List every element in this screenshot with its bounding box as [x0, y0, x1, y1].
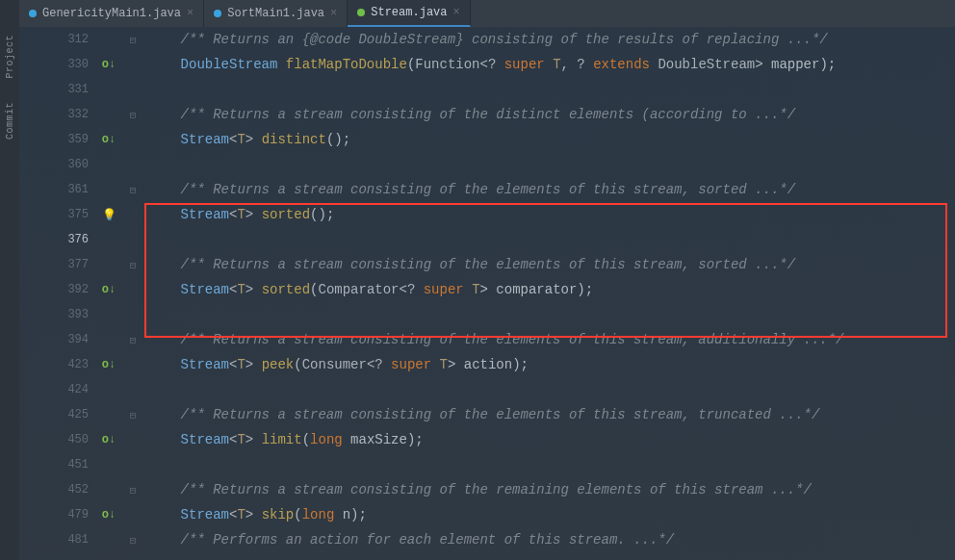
code-line[interactable]: 393	[19, 302, 955, 327]
line-number[interactable]: 360	[19, 158, 94, 171]
fold-toggle[interactable]: ⊟	[123, 533, 142, 547]
code-content[interactable]: Stream<T> skip(long n);	[142, 507, 955, 522]
line-number[interactable]: 376	[19, 233, 94, 246]
fold-toggle[interactable]: ⊟	[123, 33, 142, 47]
editor-tab[interactable]: Stream.java×	[348, 0, 470, 27]
code-line[interactable]: 331	[19, 77, 955, 102]
close-tab-icon[interactable]: ×	[452, 6, 459, 19]
code-line[interactable]: 424	[19, 377, 955, 402]
code-line[interactable]: 452⊟ /** Returns a stream consisting of …	[19, 477, 955, 502]
code-line[interactable]: 330o↓ DoubleStream flatMapToDouble(Funct…	[19, 52, 955, 77]
fold-toggle[interactable]: ⊟	[123, 258, 142, 272]
line-number[interactable]: 361	[19, 183, 94, 196]
code-line[interactable]: 376	[19, 227, 955, 252]
intention-bulb-icon[interactable]: 💡	[102, 209, 116, 222]
code-content[interactable]: /** Returns a stream consisting of the d…	[142, 107, 955, 122]
line-number[interactable]: 424	[19, 383, 94, 396]
line-number[interactable]: 359	[19, 133, 94, 146]
code-content[interactable]: /** Performs an action for each element …	[142, 532, 955, 547]
code-content[interactable]: /** Returns an {@code DoubleStream} cons…	[142, 32, 955, 47]
class-icon	[214, 10, 221, 17]
line-number[interactable]: 481	[19, 533, 94, 547]
line-number[interactable]: 312	[19, 33, 94, 46]
tab-label: SortMain1.java	[227, 7, 324, 20]
line-number[interactable]: 394	[19, 333, 94, 346]
code-line[interactable]: 481⊟ /** Performs an action for each ele…	[19, 527, 955, 552]
fold-toggle[interactable]: ⊟	[123, 408, 142, 422]
fold-icon[interactable]: ⊟	[127, 259, 139, 271]
code-line[interactable]: 451	[19, 452, 955, 477]
override-icon[interactable]: o↓	[102, 508, 116, 522]
fold-toggle[interactable]: ⊟	[123, 108, 142, 122]
code-line[interactable]: 392o↓ Stream<T> sorted(Comparator<? supe…	[19, 277, 955, 302]
code-line[interactable]: 360	[19, 152, 955, 177]
code-content[interactable]: /** Returns a stream consisting of the r…	[142, 482, 955, 497]
line-number[interactable]: 332	[19, 108, 94, 121]
gutter-marker[interactable]: o↓	[94, 58, 123, 71]
code-line[interactable]: 332⊟ /** Returns a stream consisting of …	[19, 102, 955, 127]
gutter-marker[interactable]: o↓	[94, 133, 123, 146]
code-line[interactable]: 394⊟ /** Returns a stream consisting of …	[19, 327, 955, 352]
gutter-marker[interactable]: o↓	[94, 433, 123, 446]
line-number[interactable]: 393	[19, 308, 94, 321]
code-content[interactable]: Stream<T> peek(Consumer<? super T> actio…	[142, 357, 955, 372]
line-number[interactable]: 375	[19, 208, 94, 221]
editor-tab[interactable]: GenericityMain1.java×	[19, 0, 204, 27]
fold-toggle[interactable]: ⊟	[123, 333, 142, 347]
fold-icon[interactable]: ⊟	[127, 334, 139, 346]
fold-toggle[interactable]: ⊟	[123, 483, 142, 497]
gutter-marker[interactable]: o↓	[94, 358, 123, 371]
code-line[interactable]: 375💡 Stream<T> sorted();	[19, 202, 955, 227]
code-line[interactable]: 425⊟ /** Returns a stream consisting of …	[19, 402, 955, 427]
code-content[interactable]: /** Returns a stream consisting of the e…	[142, 257, 955, 272]
interface-icon	[357, 9, 365, 16]
override-icon[interactable]: o↓	[102, 283, 116, 296]
line-number[interactable]: 452	[19, 483, 94, 496]
fold-toggle[interactable]: ⊟	[123, 183, 142, 197]
fold-icon[interactable]: ⊟	[127, 484, 139, 496]
override-icon[interactable]: o↓	[102, 358, 116, 371]
code-line[interactable]: 423o↓ Stream<T> peek(Consumer<? super T>…	[19, 352, 955, 377]
line-number[interactable]: 451	[19, 458, 94, 471]
line-number[interactable]: 331	[19, 83, 94, 96]
code-line[interactable]: 359o↓ Stream<T> distinct();	[19, 127, 955, 152]
project-tool-button[interactable]: Project	[4, 29, 16, 85]
override-icon[interactable]: o↓	[102, 433, 116, 446]
line-number[interactable]: 423	[19, 358, 94, 371]
code-content[interactable]: /** Returns a stream consisting of the e…	[142, 182, 955, 197]
code-line[interactable]: 450o↓ Stream<T> limit(long maxSize);	[19, 427, 955, 452]
line-number[interactable]: 377	[19, 258, 94, 271]
close-tab-icon[interactable]: ×	[330, 7, 337, 20]
fold-icon[interactable]: ⊟	[127, 109, 139, 121]
editor-tab[interactable]: SortMain1.java×	[204, 0, 348, 27]
gutter-marker[interactable]: o↓	[94, 283, 123, 296]
line-number[interactable]: 392	[19, 283, 94, 296]
gutter-marker[interactable]: 💡	[94, 208, 123, 222]
code-content[interactable]: Stream<T> sorted();	[142, 207, 955, 222]
line-number[interactable]: 450	[19, 433, 94, 446]
line-number[interactable]: 425	[19, 408, 94, 421]
code-line[interactable]: 377⊟ /** Returns a stream consisting of …	[19, 252, 955, 277]
override-icon[interactable]: o↓	[102, 133, 116, 146]
code-editor[interactable]: 312⊟ /** Returns an {@code DoubleStream}…	[19, 27, 955, 560]
code-content[interactable]: Stream<T> distinct();	[142, 132, 955, 147]
fold-icon[interactable]: ⊟	[127, 534, 139, 547]
code-content[interactable]: /** Returns a stream consisting of the e…	[142, 407, 955, 422]
line-number[interactable]: 330	[19, 58, 94, 71]
close-tab-icon[interactable]: ×	[187, 7, 194, 20]
gutter-marker[interactable]: o↓	[94, 508, 123, 522]
line-number[interactable]: 479	[19, 508, 94, 522]
code-content[interactable]: Stream<T> limit(long maxSize);	[142, 432, 955, 447]
editor-tabs: GenericityMain1.java×SortMain1.java×Stre…	[19, 0, 955, 27]
code-line[interactable]: 312⊟ /** Returns an {@code DoubleStream}…	[19, 27, 955, 52]
code-line[interactable]: 361⊟ /** Returns a stream consisting of …	[19, 177, 955, 202]
fold-icon[interactable]: ⊟	[127, 184, 139, 196]
fold-icon[interactable]: ⊟	[127, 409, 139, 421]
override-icon[interactable]: o↓	[102, 58, 116, 71]
code-content[interactable]: DoubleStream flatMapToDouble(Function<? …	[142, 57, 955, 72]
code-content[interactable]: /** Returns a stream consisting of the e…	[142, 332, 955, 347]
code-content[interactable]: Stream<T> sorted(Comparator<? super T> c…	[142, 282, 955, 297]
commit-tool-button[interactable]: Commit	[4, 96, 16, 145]
code-line[interactable]: 479o↓ Stream<T> skip(long n);	[19, 502, 955, 527]
fold-icon[interactable]: ⊟	[127, 34, 139, 46]
